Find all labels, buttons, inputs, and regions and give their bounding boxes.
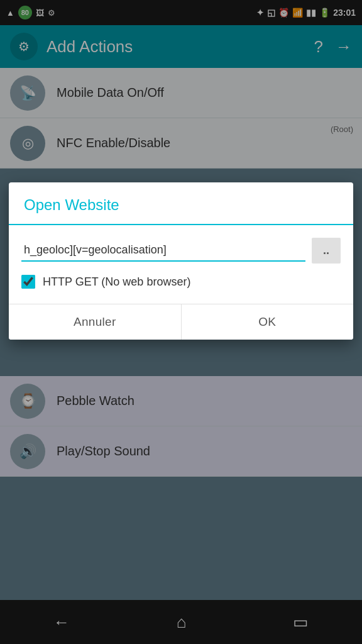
url-input[interactable] [21,240,305,262]
cancel-button[interactable]: Annuler [9,304,182,340]
ok-button[interactable]: OK [182,304,354,340]
browse-button[interactable]: .. [312,238,341,264]
dialog-title: Open Website [9,182,353,225]
url-input-row: .. [21,238,341,264]
dialog-body: .. HTTP GET (No web browser) [9,225,353,304]
http-get-label: HTTP GET (No web browser) [43,275,190,289]
http-get-checkbox[interactable] [21,275,35,289]
http-get-row: HTTP GET (No web browser) [21,275,341,289]
dialog-buttons: Annuler OK [9,304,353,340]
open-website-dialog: Open Website .. HTTP GET (No web browser… [9,182,353,340]
